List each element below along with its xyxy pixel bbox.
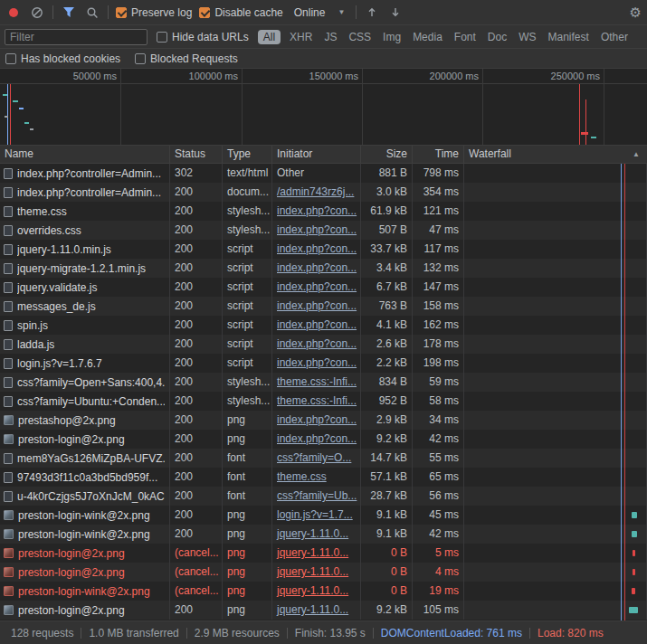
initiator-cell: css?family=O... bbox=[272, 449, 361, 468]
request-status: 200 bbox=[170, 278, 223, 297]
filter-type-font[interactable]: Font bbox=[454, 31, 476, 43]
request-initiator[interactable]: index.php?con... bbox=[277, 261, 357, 274]
request-initiator[interactable]: index.php?con... bbox=[277, 280, 357, 293]
table-row[interactable]: preston-login-wink@2x.png (cancel... png… bbox=[0, 582, 647, 601]
request-initiator[interactable]: index.php?con... bbox=[277, 337, 357, 350]
table-row[interactable]: overrides.css 200 stylesh... index.php?c… bbox=[0, 221, 647, 240]
request-initiator[interactable]: css?family=Ub... bbox=[277, 489, 357, 502]
filter-type-doc[interactable]: Doc bbox=[488, 31, 507, 43]
summary-item: Finish: 13.95 s bbox=[288, 627, 373, 639]
timeline-event-marker bbox=[5, 116, 8, 118]
column-header-status[interactable]: Status bbox=[170, 146, 223, 163]
request-type: stylesh... bbox=[223, 373, 272, 392]
filter-input[interactable] bbox=[5, 29, 147, 45]
waterfall-bar bbox=[632, 512, 637, 518]
table-row[interactable]: spin.js 200 script index.php?con... 4.1 … bbox=[0, 316, 647, 335]
request-initiator[interactable]: index.php?con... bbox=[277, 242, 357, 255]
filter-type-other[interactable]: Other bbox=[601, 31, 628, 43]
column-header-initiator[interactable]: Initiator bbox=[272, 146, 361, 163]
clear-button[interactable] bbox=[29, 5, 45, 21]
table-row[interactable]: index.php?controller=Admin... 200 docum.… bbox=[0, 183, 647, 202]
column-header-type[interactable]: Type bbox=[223, 146, 272, 163]
filter-type-img[interactable]: Img bbox=[383, 31, 401, 43]
filter-type-manifest[interactable]: Manifest bbox=[548, 31, 589, 43]
request-name: messages_de.js bbox=[17, 298, 96, 316]
request-initiator[interactable]: jquery-1.11.0... bbox=[277, 527, 348, 540]
table-row[interactable]: theme.css 200 stylesh... index.php?con..… bbox=[0, 202, 647, 221]
table-row[interactable]: index.php?controller=Admin... 302 text/h… bbox=[0, 164, 647, 183]
table-row[interactable]: preston-login-wink@2x.png 200 png login.… bbox=[0, 506, 647, 525]
filter-type-xhr[interactable]: XHR bbox=[290, 31, 312, 43]
name-cell: jquery-migrate-1.2.1.min.js bbox=[0, 259, 170, 278]
initiator-cell: login.js?v=1.7... bbox=[272, 506, 361, 525]
table-row[interactable]: login.js?v=1.7.6.7 200 script index.php?… bbox=[0, 354, 647, 373]
search-button[interactable] bbox=[84, 5, 100, 21]
table-row[interactable]: messages_de.js 200 script index.php?con.… bbox=[0, 297, 647, 316]
request-initiator[interactable]: index.php?con... bbox=[277, 204, 357, 217]
table-row[interactable]: jquery.validate.js 200 script index.php?… bbox=[0, 278, 647, 297]
summary-item: 128 requests bbox=[4, 627, 81, 639]
request-initiator[interactable]: index.php?con... bbox=[277, 432, 357, 445]
table-row[interactable]: prestashop@2x.png 200 png index.php?con.… bbox=[0, 411, 647, 430]
request-size: 0 B bbox=[361, 563, 413, 582]
preserve-log-checkbox[interactable]: Preserve log bbox=[116, 6, 192, 19]
filter-type-ws[interactable]: WS bbox=[519, 31, 536, 43]
request-initiator[interactable]: index.php?con... bbox=[277, 223, 357, 236]
request-initiator[interactable]: css?family=O... bbox=[277, 451, 351, 464]
image-file-icon bbox=[4, 548, 14, 558]
request-status: 200 bbox=[170, 468, 223, 487]
disable-cache-checkbox[interactable]: Disable cache bbox=[199, 6, 282, 19]
table-row[interactable]: u-4k0rCzjgs5J7oXnJcM_0kAC... 200 font cs… bbox=[0, 487, 647, 506]
request-initiator[interactable]: theme.css:-Infi... bbox=[277, 394, 357, 407]
table-row[interactable]: css?family=Ubuntu:+Conden... 200 stylesh… bbox=[0, 392, 647, 411]
table-row[interactable]: preston-login-wink@2x.png 200 png jquery… bbox=[0, 525, 647, 544]
filter-toggle-button[interactable] bbox=[61, 5, 77, 21]
request-status: 200 bbox=[170, 259, 223, 278]
table-row[interactable]: jquery-1.11.0.min.js 200 script index.ph… bbox=[0, 240, 647, 259]
settings-gear-icon[interactable]: ⚙ bbox=[630, 5, 642, 21]
has-blocked-cookies-checkbox[interactable]: Has blocked cookies bbox=[5, 52, 120, 65]
column-header-size[interactable]: Size bbox=[361, 146, 413, 163]
table-row[interactable]: preston-login@2x.png 200 png index.php?c… bbox=[0, 430, 647, 449]
request-initiator[interactable]: jquery-1.11.0... bbox=[277, 584, 348, 597]
request-waterfall-cell bbox=[464, 506, 647, 525]
table-row[interactable]: ladda.js 200 script index.php?con... 2.6… bbox=[0, 335, 647, 354]
request-initiator[interactable]: theme.css:-Infi... bbox=[277, 375, 357, 388]
request-initiator[interactable]: jquery-1.11.0... bbox=[277, 603, 348, 616]
table-row[interactable]: preston-login@2x.png (cancel... png jque… bbox=[0, 544, 647, 563]
table-row[interactable]: preston-login@2x.png (cancel... png jque… bbox=[0, 563, 647, 582]
request-initiator[interactable]: theme.css bbox=[277, 470, 327, 483]
request-initiator[interactable]: login.js?v=1.7... bbox=[277, 508, 353, 521]
request-initiator[interactable]: index.php?con... bbox=[277, 299, 357, 312]
table-row[interactable]: mem8YaGs126MiZpBA-UFVZ... 200 font css?f… bbox=[0, 449, 647, 468]
request-type: stylesh... bbox=[223, 202, 272, 221]
timeline-tick-label: 50000 ms bbox=[73, 71, 117, 81]
table-row[interactable]: css?family=Open+Sans:400,4... 200 styles… bbox=[0, 373, 647, 392]
request-status: 200 bbox=[170, 373, 223, 392]
blocked-requests-checkbox[interactable]: Blocked Requests bbox=[135, 52, 238, 65]
toolbar-divider bbox=[52, 5, 53, 19]
network-overview-timeline[interactable]: 50000 ms100000 ms150000 ms200000 ms25000… bbox=[0, 69, 647, 146]
request-initiator[interactable]: index.php?con... bbox=[277, 413, 357, 426]
column-header-time[interactable]: Time bbox=[413, 146, 464, 163]
column-header-name[interactable]: Name bbox=[0, 146, 170, 163]
table-row[interactable]: jquery-migrate-1.2.1.min.js 200 script i… bbox=[0, 259, 647, 278]
throttling-dropdown[interactable]: Online ▼ bbox=[290, 5, 349, 21]
filter-type-css[interactable]: CSS bbox=[348, 31, 371, 43]
column-header-waterfall[interactable]: Waterfall ▲ bbox=[464, 146, 647, 163]
filter-type-media[interactable]: Media bbox=[413, 31, 442, 43]
record-button[interactable] bbox=[5, 5, 22, 21]
request-initiator[interactable]: jquery-1.11.0... bbox=[277, 546, 348, 559]
table-row[interactable]: preston-login@2x.png 200 png jquery-1.11… bbox=[0, 601, 647, 620]
request-initiator[interactable]: /admin743rz6j... bbox=[277, 185, 354, 198]
request-initiator[interactable]: index.php?con... bbox=[277, 318, 357, 331]
request-initiator[interactable]: index.php?con... bbox=[277, 356, 357, 369]
table-row[interactable]: 97493d3f11c0a3bd5bd959f... 200 font them… bbox=[0, 468, 647, 487]
image-file-icon bbox=[4, 529, 14, 539]
filter-type-all-chip[interactable]: All bbox=[258, 30, 281, 44]
import-har-button[interactable] bbox=[364, 5, 380, 21]
export-har-button[interactable] bbox=[387, 5, 404, 21]
hide-data-urls-checkbox[interactable]: Hide data URLs bbox=[157, 31, 249, 43]
filter-type-js[interactable]: JS bbox=[324, 31, 337, 43]
request-initiator[interactable]: jquery-1.11.0... bbox=[277, 565, 348, 578]
